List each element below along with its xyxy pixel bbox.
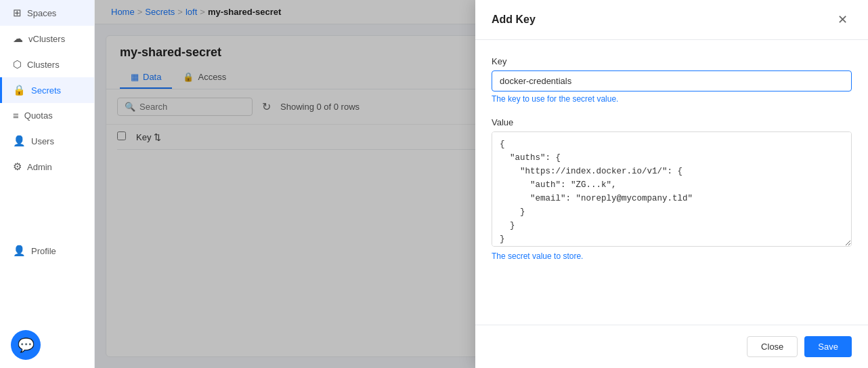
clusters-icon: ⬡ <box>13 58 22 70</box>
sidebar-item-label: Secrets <box>31 85 61 96</box>
vclusters-icon: ☁ <box>13 33 23 45</box>
sidebar-bottom: 💬 <box>0 322 94 368</box>
key-form-group: Key The key to use for the secret value. <box>492 56 852 104</box>
sidebar-item-secrets[interactable]: 🔒 Secrets <box>0 77 94 103</box>
sidebar-item-profile[interactable]: 👤 Profile <box>0 238 94 264</box>
page-wrapper: Home > Secrets > loft > my-shared-secret… <box>95 0 868 368</box>
sidebar-item-quotas[interactable]: ≡ Quotas <box>0 103 94 128</box>
value-textarea[interactable] <box>492 131 852 247</box>
dialog-close-icon[interactable]: ✕ <box>833 11 852 28</box>
quotas-icon: ≡ <box>13 110 19 121</box>
overlay: Add Key ✕ Key The key to use for the sec… <box>95 0 868 368</box>
sidebar-item-clusters[interactable]: ⬡ Clusters <box>0 52 94 77</box>
sidebar-item-label: vClusters <box>28 34 65 44</box>
sidebar-item-label: Users <box>31 136 54 146</box>
save-button[interactable]: Save <box>804 336 852 357</box>
key-label: Key <box>492 56 852 66</box>
spaces-icon: ⊞ <box>13 7 22 19</box>
add-key-dialog: Add Key ✕ Key The key to use for the sec… <box>475 0 868 368</box>
admin-icon: ⚙ <box>13 161 22 173</box>
dialog-body: Key The key to use for the secret value.… <box>475 40 868 325</box>
sidebar-item-label: Spaces <box>27 8 56 18</box>
dialog-footer: Close Save <box>475 325 868 368</box>
chat-icon: 💬 <box>18 337 35 353</box>
key-input[interactable] <box>492 70 852 91</box>
sidebar-item-vclusters[interactable]: ☁ vClusters <box>0 26 94 52</box>
key-hint: The key to use for the secret value. <box>492 94 852 104</box>
secrets-icon: 🔒 <box>13 84 26 96</box>
sidebar-item-label: Profile <box>31 246 56 256</box>
sidebar-item-label: Clusters <box>27 60 60 70</box>
value-hint: The secret value to store. <box>492 251 852 261</box>
sidebar-item-users[interactable]: 👤 Users <box>0 128 94 154</box>
close-button[interactable]: Close <box>747 336 798 357</box>
value-label: Value <box>492 117 852 127</box>
profile-icon: 👤 <box>13 245 26 257</box>
value-form-group: Value The secret value to store. <box>492 117 852 261</box>
sidebar-item-label: Admin <box>27 162 52 172</box>
sidebar-item-spaces[interactable]: ⊞ Spaces <box>0 0 94 26</box>
dialog-title: Add Key <box>492 14 536 26</box>
sidebar-item-admin[interactable]: ⚙ Admin <box>0 154 94 180</box>
users-icon: 👤 <box>13 135 26 147</box>
sidebar-item-label: Quotas <box>24 110 53 121</box>
dialog-header: Add Key ✕ <box>475 0 868 40</box>
sidebar: ⊞ Spaces ☁ vClusters ⬡ Clusters 🔒 Secret… <box>0 0 95 368</box>
chat-button[interactable]: 💬 <box>11 330 41 360</box>
